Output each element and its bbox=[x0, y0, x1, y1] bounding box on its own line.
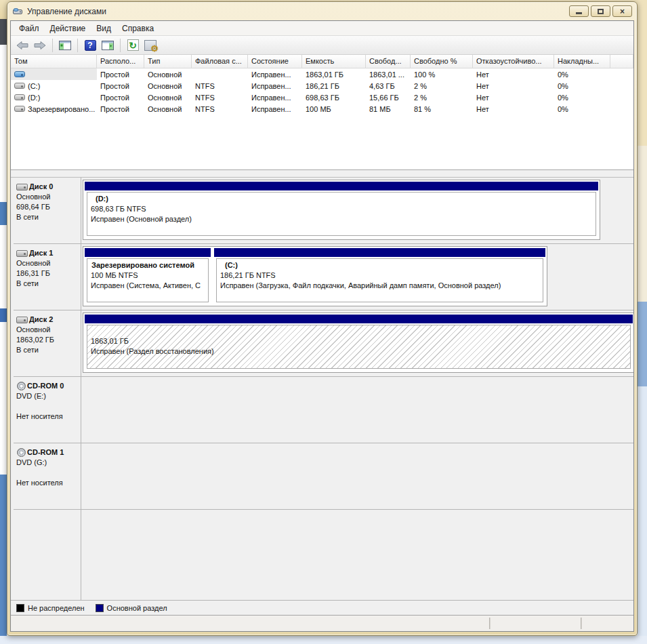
maximize-icon bbox=[598, 9, 604, 14]
column-header-fault-tolerance[interactable]: Отказоустойчиво... bbox=[473, 55, 554, 68]
cell-layout: Простой bbox=[97, 68, 144, 80]
menu-file[interactable]: Файл bbox=[14, 22, 45, 35]
background-left-blue-band bbox=[0, 202, 7, 225]
maximize-button[interactable] bbox=[591, 5, 610, 17]
volume-list-pane: Том Располо... Тип Файловая с... Состоян… bbox=[11, 55, 633, 170]
minimize-button[interactable] bbox=[569, 5, 589, 17]
partition-color-bar bbox=[214, 248, 545, 257]
disk-icon bbox=[16, 317, 28, 323]
menu-action[interactable]: Действие bbox=[45, 22, 91, 35]
table-row-recovery-volume[interactable]: Простой Основной Исправен... 1863,01 ГБ … bbox=[11, 68, 633, 80]
window-client-area: Файл Действие Вид Справка bbox=[10, 20, 634, 632]
cell-filesystem bbox=[192, 68, 248, 80]
partition-c[interactable]: (C:) 186,21 ГБ NTFS Исправен (Загрузка, … bbox=[214, 248, 545, 304]
refresh-button[interactable]: ↻ bbox=[125, 38, 140, 53]
column-header-status[interactable]: Состояние bbox=[248, 55, 302, 68]
cdrom-name: CD-ROM 1 bbox=[27, 447, 64, 458]
gear-icon: ⚙ bbox=[150, 43, 159, 54]
column-header-capacity[interactable]: Емкость bbox=[302, 55, 366, 68]
help-button[interactable]: ? bbox=[83, 38, 98, 53]
background-left-blue-band-3 bbox=[0, 475, 7, 644]
column-header-type[interactable]: Тип bbox=[144, 55, 192, 68]
cell-volume: (D:) bbox=[28, 94, 40, 102]
legend-label: Основной раздел bbox=[107, 604, 167, 612]
partition-label: Зарезервировано системой bbox=[91, 260, 207, 270]
back-button[interactable] bbox=[15, 38, 30, 53]
cell-free-pct: 2 % bbox=[411, 80, 473, 92]
console-tree-icon bbox=[59, 41, 71, 50]
cell-capacity: 1863,01 ГБ bbox=[302, 68, 366, 80]
cell-free-pct: 81 % bbox=[411, 103, 473, 115]
partition-size: 1863,01 ГБ bbox=[91, 336, 629, 346]
pane-splitter[interactable] bbox=[11, 170, 633, 177]
partition-system-reserved[interactable]: Зарезервировано системой 100 МБ NTFS Исп… bbox=[85, 248, 211, 304]
table-row-volume-c[interactable]: (C:) Простой Основной NTFS Исправен... 1… bbox=[11, 80, 633, 92]
legend-item-primary-partition: Основной раздел bbox=[96, 604, 167, 612]
column-header-filesystem[interactable]: Файловая с... bbox=[192, 55, 248, 68]
console-tree-button[interactable] bbox=[58, 38, 72, 53]
cell-fault-tolerance: Нет bbox=[473, 103, 554, 115]
action-pane-icon bbox=[102, 41, 114, 50]
menu-help[interactable]: Справка bbox=[117, 22, 159, 35]
cell-overhead: 0% bbox=[554, 103, 610, 115]
legend-item-unallocated: Не распределен bbox=[16, 604, 85, 612]
volume-icon bbox=[14, 83, 25, 89]
cell-overhead: 0% bbox=[554, 68, 610, 80]
app-icon bbox=[12, 6, 23, 17]
cell-filesystem: NTFS bbox=[192, 103, 248, 115]
disk-name: Диск 0 bbox=[29, 182, 53, 192]
partition-size: 698,63 ГБ NTFS bbox=[91, 204, 594, 214]
toolbar-separator bbox=[52, 39, 53, 52]
forward-button[interactable] bbox=[33, 38, 47, 53]
disk-2-label[interactable]: Диск 2 Основной 1863,02 ГБ В сети bbox=[14, 310, 81, 376]
cdrom-0-graphic-area bbox=[81, 377, 633, 443]
table-row-volume-d[interactable]: (D:) Простой Основной NTFS Исправен... 6… bbox=[11, 92, 633, 103]
volume-icon bbox=[14, 71, 25, 77]
column-header-filler bbox=[610, 55, 633, 68]
cell-status: Исправен... bbox=[248, 68, 302, 80]
cell-status: Исправен... bbox=[248, 103, 302, 115]
column-header-overhead[interactable]: Накладны... bbox=[554, 55, 610, 68]
volume-icon bbox=[14, 94, 25, 100]
cell-layout: Простой bbox=[97, 80, 144, 92]
cdrom-name: CD-ROM 0 bbox=[27, 381, 64, 391]
disk-row-2: Диск 2 Основной 1863,02 ГБ В сети 1863,0… bbox=[14, 310, 633, 377]
cell-capacity: 100 МБ bbox=[302, 103, 366, 115]
column-header-layout[interactable]: Располо... bbox=[97, 55, 144, 68]
cell-free-pct: 2 % bbox=[411, 92, 473, 103]
cdrom-drive: DVD (G:) bbox=[16, 458, 79, 468]
legend-bar: Не распределен Основной раздел bbox=[11, 600, 633, 615]
partition-state: Исправен (Система, Активен, С bbox=[91, 281, 207, 291]
column-header-free-pct[interactable]: Свободно % bbox=[411, 55, 473, 68]
partition-label: (C:) bbox=[220, 260, 541, 270]
disk-row-1: Диск 1 Основной 186,31 ГБ В сети Зарезер… bbox=[14, 244, 633, 310]
disk-1-label[interactable]: Диск 1 Основной 186,31 ГБ В сети bbox=[14, 244, 81, 310]
disk-type: Основной bbox=[16, 258, 79, 268]
column-header-free[interactable]: Свобод... bbox=[366, 55, 411, 68]
cdrom-0-label[interactable]: CD-ROM 0 DVD (E:) Нет носителя bbox=[14, 377, 81, 443]
table-row-system-reserved[interactable]: Зарезервировано... Простой Основной NTFS… bbox=[11, 103, 633, 115]
cell-status: Исправен... bbox=[248, 80, 302, 92]
menu-view[interactable]: Вид bbox=[91, 22, 117, 35]
close-button[interactable]: × bbox=[612, 5, 632, 17]
partition-info: 1863,01 ГБ Исправен (Раздел восстановлен… bbox=[87, 325, 631, 369]
column-header-volume[interactable]: Том bbox=[11, 55, 97, 68]
cdrom-media-status: Нет носителя bbox=[16, 478, 79, 488]
disk-0-label[interactable]: Диск 0 Основной 698,64 ГБ В сети bbox=[14, 178, 81, 243]
toolbar: ? ↻ ⚙ bbox=[11, 36, 633, 55]
cdrom-1-label[interactable]: CD-ROM 1 DVD (G:) Нет носителя bbox=[14, 443, 81, 509]
disk-icon bbox=[16, 184, 28, 190]
cell-type: Основной bbox=[144, 68, 192, 80]
partition-info: Зарезервировано системой 100 МБ NTFS Исп… bbox=[87, 258, 209, 302]
partition-state: Исправен (Раздел восстановления) bbox=[91, 346, 629, 357]
partition-recovery[interactable]: 1863,01 ГБ Исправен (Раздел восстановлен… bbox=[85, 315, 633, 371]
cell-filesystem: NTFS bbox=[192, 80, 248, 92]
legend-swatch-primary bbox=[96, 604, 104, 612]
help-icon: ? bbox=[85, 40, 96, 51]
titlebar[interactable]: Управление дисками × bbox=[10, 2, 634, 20]
volume-icon bbox=[14, 106, 25, 112]
rescan-disks-button[interactable]: ⚙ bbox=[143, 38, 158, 53]
disk-type: Основной bbox=[16, 192, 79, 202]
partition-d[interactable]: (D:) 698,63 ГБ NTFS Исправен (Основной р… bbox=[85, 182, 598, 238]
action-pane-button[interactable] bbox=[100, 38, 115, 53]
